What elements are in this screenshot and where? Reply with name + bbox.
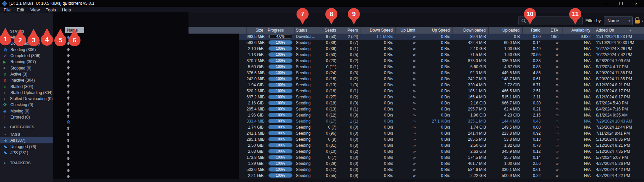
- cell-peers: 1 (3): [339, 82, 361, 88]
- cell-uploaded: 500.9 MiB: [489, 173, 523, 179]
- column-header-seeds[interactable]: Seeds: [317, 27, 339, 34]
- cell-down-speed: 0 B/s: [361, 173, 396, 179]
- torrent-status-icon: [66, 88, 71, 94]
- column-header-up-limit[interactable]: Up Limit: [396, 27, 422, 34]
- sidebar-tag-jps-231[interactable]: JPS (231): [0, 150, 53, 156]
- sidebar-item-checking-0[interactable]: ⟳ Checking (0): [0, 102, 53, 108]
- cell-added-on: 9/28/2024 7:09 AM: [594, 58, 644, 64]
- cell-availability: N/A: [562, 154, 594, 161]
- column-header-up-speed[interactable]: Up Speed: [422, 27, 453, 34]
- cell-up-limit: ∞: [396, 58, 422, 64]
- cell-peers: 0 (0): [339, 130, 361, 136]
- cell-down-speed: 0 B/s: [361, 40, 396, 46]
- restore-button[interactable]: [613, 0, 629, 7]
- cell-up-speed: 0 B/s: [422, 70, 453, 76]
- cell-added-on: 10/27/2024 8:26 PM: [594, 46, 644, 52]
- cell-down-speed: 0 B/s: [361, 100, 396, 106]
- filter-by-dropdown[interactable]: Name: [604, 16, 633, 25]
- minimize-button[interactable]: –: [598, 0, 613, 7]
- cell-uploaded: 62.4 MiB: [489, 106, 523, 112]
- close-button[interactable]: ×: [629, 0, 644, 7]
- column-header-downloaded[interactable]: Downloaded: [453, 27, 489, 34]
- cell-seeds: 0 (36): [317, 46, 339, 52]
- menu-tools[interactable]: Tools: [43, 7, 59, 12]
- cell-progress: 100%: [266, 70, 294, 76]
- torrent-status-icon: [66, 130, 71, 136]
- cell-availability: N/A: [562, 106, 594, 112]
- torrent-status-icon: [66, 106, 71, 112]
- sidebar-item-stalled-uploading-304[interactable]: ↑ Stalled Uploading (304): [0, 90, 53, 96]
- column-header-size[interactable]: Size: [247, 27, 266, 34]
- progress-bar: 100%: [268, 167, 292, 172]
- sidebar-item-stopped-0[interactable]: ■ Stopped (0): [0, 65, 53, 71]
- progress-bar: 100%: [268, 83, 292, 87]
- progress-bar: 4.0%: [268, 34, 292, 39]
- cell-uploaded: 449.5 MiB: [489, 70, 523, 76]
- sidebar-section-categories[interactable]: CATEGORIES: [0, 124, 53, 130]
- column-header-ratio[interactable]: Ratio: [523, 27, 543, 34]
- cell-uploaded: 466.5 MiB: [489, 88, 523, 94]
- column-header-status[interactable]: Status: [294, 27, 317, 34]
- menu-view[interactable]: View: [27, 7, 43, 12]
- cell-seeds: 0 (10): [317, 148, 339, 154]
- cell-eta: ∞: [543, 52, 562, 58]
- cell-ratio: 3.11: [523, 94, 543, 100]
- sidebar-item-seeding-306[interactable]: Seeding (306): [0, 47, 53, 53]
- menu-edit[interactable]: Edit: [14, 7, 27, 12]
- sidebar-tag-untagged-76[interactable]: Untagged (76): [0, 143, 53, 149]
- cell-progress: 100%: [266, 173, 294, 179]
- cell-availability: N/A: [562, 100, 594, 106]
- cell-down-speed: 0 B/s: [361, 94, 396, 100]
- cell-size: 5.60 GiB: [247, 64, 266, 70]
- cell-down-speed: 0 B/s: [361, 64, 396, 70]
- cell-up-limit: ∞: [396, 142, 422, 148]
- cell-uploaded: 53.8 MiB: [489, 136, 523, 142]
- column-header-progress[interactable]: Progress: [266, 27, 294, 34]
- sidebar-section-tags[interactable]: TAGS: [0, 131, 53, 137]
- sidebar-section-trackers[interactable]: TRACKERS: [0, 160, 53, 166]
- sidebar-item-inactive-304[interactable]: ↓↑ Inactive (304): [0, 77, 53, 83]
- status-icon: ↓↑: [3, 78, 10, 83]
- cell-progress: 100%: [266, 46, 294, 52]
- progress-bar: 100%: [268, 161, 292, 166]
- cell-size: 295.4 MiB: [247, 106, 266, 112]
- cell-up-speed: 0 B/s: [422, 130, 453, 136]
- cell-status: Seeding: [294, 94, 317, 100]
- cell-availability: N/A: [562, 161, 594, 167]
- cell-downloaded: 2.10 GiB: [453, 46, 489, 52]
- sidebar-item-completed-306[interactable]: ✔ Completed (306): [0, 53, 53, 59]
- cell-progress: 100%: [266, 112, 294, 118]
- column-header-peers[interactable]: Peers: [339, 27, 361, 34]
- cell-uploaded: 336.9 MiB: [489, 58, 523, 64]
- lock-button[interactable]: [634, 17, 643, 25]
- sidebar-item-moving-0[interactable]: ◈ Moving (0): [0, 108, 53, 114]
- cell-availability: N/A: [562, 112, 594, 118]
- cell-eta: ∞: [543, 58, 562, 64]
- menu-help[interactable]: Help: [59, 7, 74, 12]
- sidebar-item-running-307[interactable]: ▶ Running (307): [0, 59, 53, 65]
- cell-downloaded: 165.4 MiB: [453, 94, 489, 100]
- cell-progress: 100%: [266, 40, 294, 46]
- cell-downloaded: 2.16 GiB: [453, 100, 489, 106]
- cell-size: 533.6 MiB: [247, 167, 266, 173]
- app-logo-icon: [2, 1, 7, 6]
- cell-up-limit: ∞: [396, 52, 422, 58]
- cell-availability: N/A: [562, 82, 594, 88]
- cell-up-speed: 0 B/s: [422, 82, 453, 88]
- column-header-eta[interactable]: ETA: [543, 27, 562, 34]
- column-header-down-speed[interactable]: Down Speed: [361, 27, 396, 34]
- cell-ratio: 2.15: [523, 112, 543, 118]
- sidebar-item-stalled-downloading-0[interactable]: ↓ Stalled Downloading (0): [0, 96, 53, 102]
- sidebar-item-stalled-304[interactable]: ↓↑ Stalled (304): [0, 83, 53, 89]
- sidebar-item-active-3[interactable]: ↓↑ Active (3): [0, 71, 53, 77]
- sidebar-item-errored-0[interactable]: ! Errored (0): [0, 114, 53, 120]
- sidebar-tag-all-307[interactable]: All (307): [0, 137, 53, 143]
- cell-peers: 0 (0): [339, 100, 361, 106]
- column-header-added-on[interactable]: Added On: [594, 27, 644, 34]
- qbittorrent-window: [D: 1.1 MiB/s, U: 10.5 KiB/s] qBittorren…: [0, 0, 644, 182]
- column-header-availability[interactable]: Availability: [562, 27, 594, 34]
- cell-eta: ∞: [543, 142, 562, 148]
- cell-downloaded: 534.6 MiB: [453, 167, 489, 173]
- menu-file[interactable]: File: [1, 7, 14, 12]
- column-header-uploaded[interactable]: Uploaded: [489, 27, 523, 34]
